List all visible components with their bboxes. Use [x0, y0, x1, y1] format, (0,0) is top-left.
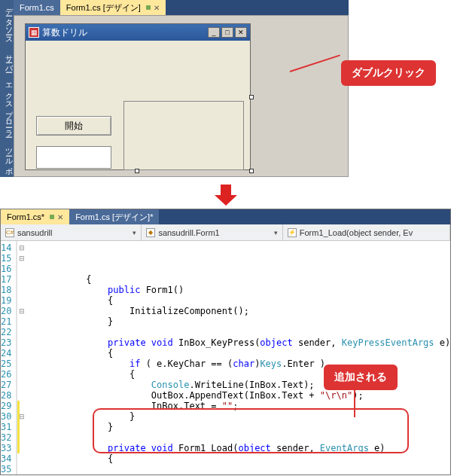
line-number: 29 — [1, 401, 11, 411]
tab-label: Form1.cs* — [7, 212, 44, 221]
annotation-added: 追加される — [324, 365, 398, 390]
code-line[interactable]: { — [17, 348, 450, 359]
close-icon[interactable]: ✕ — [57, 213, 63, 221]
line-number: 32 — [1, 432, 11, 443]
callout-label: 追加される — [324, 365, 398, 390]
line-number: 33 — [1, 443, 11, 453]
code-line[interactable]: { — [17, 274, 450, 285]
line-number: 28 — [1, 390, 11, 401]
line-number: 18 — [1, 285, 11, 295]
line-number: 22 — [1, 327, 11, 337]
code-line[interactable] — [17, 432, 450, 443]
design-surface[interactable]: ▦ 算数ドリル _ □ ✕ 開始 — [14, 15, 349, 177]
code-line[interactable]: OutBox.AppendText(InBox.Text + "\r\n"); — [17, 390, 450, 401]
resize-handle[interactable] — [249, 169, 254, 173]
line-number: 14 — [1, 243, 11, 253]
line-number: 27 — [1, 380, 11, 390]
code-line[interactable]: } — [17, 422, 450, 432]
tab-form1-design-dirty[interactable]: Form1.cs [デザイン]* — [69, 209, 159, 224]
arrow-down-icon — [215, 185, 237, 204]
chevron-down-icon[interactable]: ▾ — [274, 229, 278, 236]
crumb-class[interactable]: ◆sansudrill.Form1▾ — [142, 224, 282, 240]
line-number: 23 — [1, 337, 11, 348]
pin-icon — [146, 5, 151, 10]
code-line[interactable]: } — [17, 411, 450, 422]
tab-label: Form1.cs [デザイン]* — [75, 212, 153, 223]
code-line[interactable]: InitializeComponent(); — [17, 306, 450, 316]
close-icon[interactable]: ✕ — [235, 27, 247, 38]
crumb-member[interactable]: ⚡Form1_Load(object sender, Ev — [283, 224, 450, 240]
close-icon[interactable]: ✕ — [154, 4, 160, 12]
document-tabbar-top: Form1.cs Form1.cs [デザイン]✕ — [14, 0, 349, 15]
line-number: 25 — [1, 359, 11, 369]
code-area[interactable]: { public Form1() { InitializeComponent()… — [17, 241, 450, 474]
line-number: 30 — [1, 411, 11, 422]
line-number: 24 — [1, 348, 11, 359]
crumb-label: Form1_Load(object sender, Ev — [300, 228, 413, 237]
start-button[interactable]: 開始 — [36, 116, 111, 136]
chevron-down-icon[interactable]: ▾ — [133, 229, 136, 236]
code-editor[interactable]: 1415161718192021222324252627282930313233… — [1, 241, 450, 474]
code-line[interactable]: private void InBox_KeyPress(object sende… — [17, 337, 450, 348]
resize-handle[interactable] — [135, 169, 139, 173]
maximize-icon[interactable]: □ — [221, 27, 233, 38]
callout-label: ダブルクリック — [341, 60, 436, 86]
tab-form1-cs-dirty[interactable]: Form1.cs*✕ — [1, 209, 69, 224]
line-number: 16 — [1, 264, 11, 274]
line-number-gutter: 1415161718192021222324252627282930313233… — [1, 241, 17, 474]
navigation-bar: C#sansudrill▾ ◆sansudrill.Form1▾ ⚡Form1_… — [1, 224, 450, 241]
crumb-namespace[interactable]: C#sansudrill▾ — [1, 224, 142, 240]
code-line[interactable]: InBox.Text = ""; — [17, 401, 450, 411]
line-number: 35 — [1, 464, 11, 474]
form-titlebar[interactable]: ▦ 算数ドリル _ □ ✕ — [26, 24, 250, 41]
document-tabbar-bottom: Form1.cs*✕ Form1.cs [デザイン]* — [1, 209, 450, 224]
csharp-icon: C# — [5, 228, 14, 237]
pin-icon — [50, 215, 54, 219]
line-number: 31 — [1, 422, 11, 432]
tab-label: Form1.cs [デザイン] — [66, 2, 141, 14]
line-number: 17 — [1, 274, 11, 285]
code-line[interactable] — [17, 327, 450, 337]
form-title: 算数ドリル — [42, 26, 87, 39]
textbox-control[interactable] — [36, 146, 111, 169]
tab-label: Form1.cs — [20, 3, 54, 12]
form-window[interactable]: ▦ 算数ドリル _ □ ✕ 開始 — [25, 23, 251, 170]
code-line[interactable]: { — [17, 295, 450, 306]
line-number: 15 — [1, 253, 11, 264]
crumb-label: sansudrill.Form1 — [158, 228, 219, 237]
code-line[interactable]: } — [17, 474, 450, 475]
line-number: 34 — [1, 453, 11, 464]
minimize-icon[interactable]: _ — [208, 27, 220, 38]
line-number: 21 — [1, 316, 11, 327]
code-line[interactable] — [17, 464, 450, 474]
code-line[interactable]: { — [17, 453, 450, 464]
code-line[interactable]: public Form1() — [17, 285, 450, 295]
form-icon: ▦ — [29, 27, 39, 38]
side-toolbar[interactable]: データソース サーバー エクスプローラー ツールボ — [0, 0, 14, 177]
code-line[interactable]: } — [17, 316, 450, 327]
code-line[interactable]: private void Form1_Load(object sender, E… — [17, 443, 450, 453]
tab-form1-cs[interactable]: Form1.cs — [14, 0, 60, 15]
resize-handle[interactable] — [249, 95, 254, 99]
form-body[interactable]: 開始 — [26, 41, 250, 169]
tab-form1-design[interactable]: Form1.cs [デザイン]✕ — [60, 0, 166, 15]
method-icon: ⚡ — [288, 228, 297, 237]
annotation-double-click: ダブルクリック — [341, 60, 436, 86]
crumb-label: sansudrill — [17, 228, 52, 237]
line-number: 19 — [1, 295, 11, 306]
class-icon: ◆ — [146, 228, 155, 237]
groupbox-control[interactable] — [123, 101, 244, 170]
line-number: 26 — [1, 369, 11, 380]
line-number: 20 — [1, 306, 11, 316]
